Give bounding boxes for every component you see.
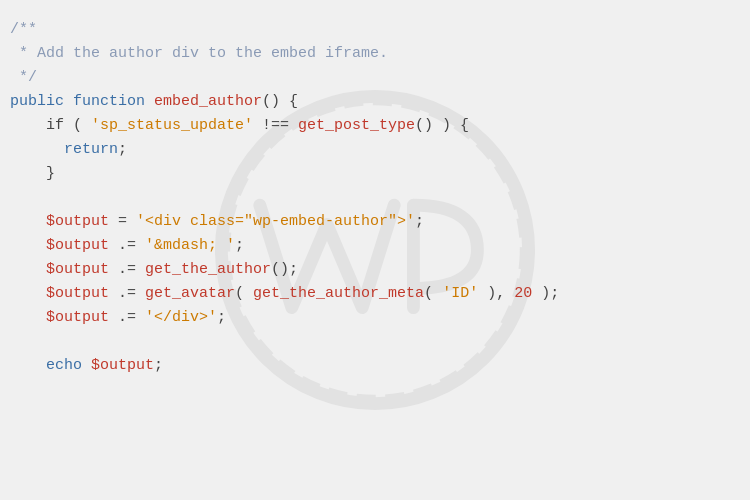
code-line: $output .= get_avatar( get_the_author_me… — [10, 282, 740, 306]
code-line: $output .= get_the_author(); — [10, 258, 740, 282]
code-line: $output .= '&mdash; '; — [10, 234, 740, 258]
code-line: $output = '<div class="wp-embed-author">… — [10, 210, 740, 234]
code-line: } — [10, 162, 740, 186]
code-line: $output .= '</div>'; — [10, 306, 740, 330]
code-line: * Add the author div to the embed iframe… — [10, 42, 740, 66]
code-line: */ — [10, 66, 740, 90]
code-line: public function embed_author() { — [10, 90, 740, 114]
code-line — [10, 330, 740, 354]
code-line: if ( 'sp_status_update' !== get_post_typ… — [10, 114, 740, 138]
code-line: /** — [10, 18, 740, 42]
code-line: echo $output; — [10, 354, 740, 378]
code-editor: /** * Add the author div to the embed if… — [0, 0, 750, 396]
code-line: return; — [10, 138, 740, 162]
code-line — [10, 186, 740, 210]
